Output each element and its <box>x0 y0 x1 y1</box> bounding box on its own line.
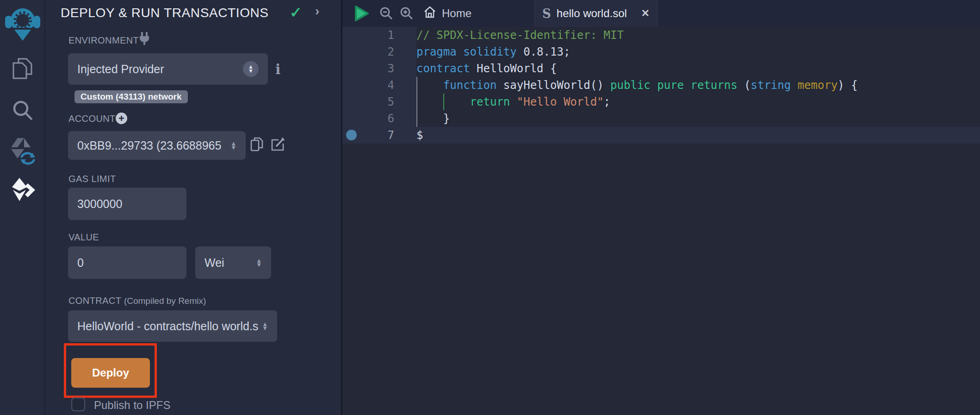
plug-icon <box>138 31 151 47</box>
contract-select[interactable]: HelloWorld - contracts/hello world.sol ▲… <box>68 310 277 342</box>
code-token: // SPDX-License-Identifier: MIT <box>416 29 624 42</box>
contract-label: CONTRACT (Compiled by Remix) <box>68 296 206 306</box>
code-token: string <box>751 79 791 92</box>
code-line[interactable]: contract HelloWorld { <box>416 60 980 77</box>
code-token: HelloWorld { <box>470 62 557 75</box>
network-badge: Custom (43113) network <box>74 90 188 103</box>
line-number[interactable]: 7 <box>342 127 394 144</box>
code-line[interactable]: } <box>416 110 980 127</box>
code-editor: Home S hello world.sol ✕ 1234567 // SPDX… <box>342 0 980 415</box>
code-token: return <box>470 95 510 108</box>
code-token: returns <box>690 79 737 92</box>
code-token: "Hello World" <box>517 95 604 108</box>
deploy-button[interactable]: Deploy <box>71 358 150 388</box>
line-number[interactable]: 5 <box>342 94 394 110</box>
code-line[interactable]: pragma solidity 0.8.13; <box>416 44 980 60</box>
code-line[interactable]: $ <box>416 127 980 144</box>
updown-circle-icon: ▲▼ <box>243 61 259 77</box>
code-token: memory <box>798 79 838 92</box>
line-number-gutter[interactable]: 1234567 <box>342 27 394 144</box>
deploy-run-icon[interactable] <box>0 177 45 204</box>
file-explorer-icon[interactable] <box>0 57 45 81</box>
line-number[interactable]: 3 <box>342 60 394 77</box>
gas-limit-input[interactable]: 3000000 <box>68 188 186 220</box>
deploy-run-panel: DEPLOY & RUN TRANSACTIONS ✓ › ENVIRONMEN… <box>45 0 342 415</box>
code-token <box>510 95 516 108</box>
code-token <box>651 79 657 92</box>
code-token: contract <box>416 62 470 75</box>
value-label: VALUE <box>68 232 99 243</box>
code-content[interactable]: // SPDX-License-Identifier: MITpragma so… <box>416 27 980 144</box>
environment-label: ENVIRONMENT <box>68 35 139 46</box>
code-token: sayHelloWorld() <box>496 79 610 92</box>
icon-rail <box>0 0 45 415</box>
code-line[interactable]: // SPDX-License-Identifier: MIT <box>416 27 980 44</box>
close-icon[interactable]: ✕ <box>641 7 650 19</box>
line-number[interactable]: 4 <box>342 77 394 94</box>
code-token: ( <box>738 79 751 92</box>
remix-logo-icon[interactable] <box>0 3 45 42</box>
environment-value: Injected Provider <box>77 63 243 76</box>
code-line[interactable]: return "Hello World"; <box>416 94 980 110</box>
line-number[interactable]: 1 <box>342 27 394 44</box>
chevron-right-icon[interactable]: › <box>315 4 319 19</box>
zoom-out-icon[interactable] <box>379 6 393 20</box>
code-token <box>416 79 443 92</box>
editor-body[interactable]: 1234567 // SPDX-License-Identifier: MITp… <box>342 27 980 415</box>
code-token: ; <box>604 95 610 108</box>
code-token: solidity <box>463 45 517 58</box>
code-token: } <box>416 112 450 125</box>
line-number[interactable]: 2 <box>342 44 394 60</box>
remix-ide-window: DEPLOY & RUN TRANSACTIONS ✓ › ENVIRONMEN… <box>0 0 980 415</box>
code-line[interactable]: function sayHelloWorld() public pure ret… <box>416 77 980 94</box>
plus-circle-icon[interactable]: + <box>116 113 127 124</box>
contract-value: HelloWorld - contracts/hello world.sol <box>77 320 258 333</box>
code-token <box>457 45 463 58</box>
solidity-file-icon: S <box>542 6 551 21</box>
code-token <box>791 79 797 92</box>
value-amount: 0 <box>77 256 177 270</box>
value-unit-select[interactable]: Wei ▲▼ <box>195 246 271 279</box>
editor-tabbar: Home S hello world.sol ✕ <box>342 0 980 27</box>
solidity-compiler-icon[interactable] <box>0 137 45 165</box>
contract-sublabel: (Compiled by Remix) <box>124 296 206 306</box>
info-icon[interactable]: i <box>275 61 280 77</box>
search-icon[interactable] <box>0 98 45 122</box>
tab-home-label: Home <box>442 7 471 20</box>
line-number[interactable]: 6 <box>342 110 394 127</box>
code-token: public <box>610 79 651 92</box>
code-token: $ <box>416 129 423 142</box>
code-token: pure <box>657 79 684 92</box>
code-token: 0.8.13; <box>517 45 571 58</box>
publish-ipfs-checkbox[interactable] <box>71 397 85 411</box>
home-icon <box>423 6 436 21</box>
updown-spinner-icon: ▲▼ <box>230 141 236 150</box>
environment-select[interactable]: Injected Provider ▲▼ <box>68 53 268 85</box>
check-icon: ✓ <box>290 4 302 21</box>
account-value: 0xBB9...29733 (23.6688965 <box>77 139 227 152</box>
code-token <box>684 79 690 92</box>
code-token: ) { <box>837 79 857 92</box>
tab-hello-world-sol[interactable]: S hello world.sol ✕ <box>534 0 657 27</box>
zoom-in-icon[interactable] <box>400 6 414 20</box>
code-token: function <box>443 79 497 92</box>
run-script-icon[interactable] <box>354 5 369 22</box>
edit-icon[interactable] <box>270 137 285 154</box>
updown-spinner-icon: ▲▼ <box>262 322 268 330</box>
updown-spinner-icon: ▲▼ <box>256 258 262 267</box>
tab-home[interactable]: Home <box>419 0 476 27</box>
account-select[interactable]: 0xBB9...29733 (23.6688965 ▲▼ <box>68 131 246 160</box>
code-token: pragma <box>416 45 457 58</box>
value-input[interactable]: 0 <box>68 246 186 279</box>
code-token <box>416 95 470 108</box>
tab-file-label: hello world.sol <box>557 7 636 20</box>
gas-limit-label: GAS LIMIT <box>68 174 116 184</box>
panel-title: DEPLOY & RUN TRANSACTIONS <box>61 6 269 20</box>
account-label: ACCOUNT <box>68 113 116 124</box>
copy-icon[interactable] <box>250 137 264 154</box>
gas-limit-value: 3000000 <box>77 197 177 211</box>
publish-ipfs-label: Publish to IPFS <box>94 399 170 412</box>
value-unit: Wei <box>205 256 252 270</box>
